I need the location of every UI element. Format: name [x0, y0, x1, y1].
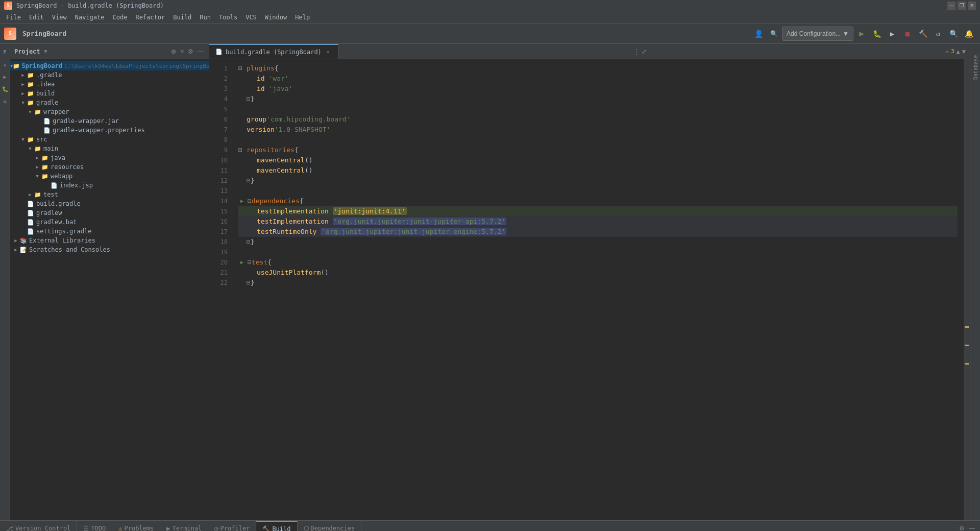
- fold-icon-20[interactable]: ⊟: [248, 257, 252, 268]
- search-everywhere-btn[interactable]: 🔍: [767, 27, 781, 41]
- fold-icon-18[interactable]: ⊟: [247, 237, 251, 247]
- menu-help[interactable]: Help: [291, 13, 314, 22]
- tree-gradle-wrapper-jar[interactable]: 📄 gradle-wrapper.jar: [10, 116, 209, 126]
- tree-test[interactable]: ▶ 📁 test: [10, 190, 209, 199]
- code-line-5: [238, 104, 958, 114]
- maximize-button[interactable]: ❐: [958, 2, 966, 10]
- bottom-settings-btn[interactable]: ⚙: [958, 524, 966, 532]
- run-with-coverage-btn[interactable]: ▶: [885, 27, 899, 41]
- tree-wrapper[interactable]: ▼ 📁 wrapper: [10, 107, 209, 116]
- terminal-label: Terminal: [173, 525, 202, 532]
- main-toolbar: S SpringBoard 👤 🔍 Add Configuration... ▼…: [0, 23, 980, 44]
- code-editor[interactable]: 12345 678910 1112131415 1617181920 2122 …: [209, 59, 970, 520]
- tree-gradlew-bat[interactable]: 📄 gradlew.bat: [10, 218, 209, 227]
- close-button[interactable]: ✕: [968, 2, 976, 10]
- debug-button[interactable]: 🐛: [870, 27, 884, 41]
- menu-file[interactable]: File: [2, 13, 25, 22]
- run-line-14[interactable]: ▶: [238, 198, 246, 205]
- code-line-17: testRuntimeOnly 'org.junit.jupiter:junit…: [238, 227, 958, 237]
- tree-webapp[interactable]: ▼ 📁 webapp: [10, 172, 209, 181]
- stop-button[interactable]: ■: [900, 27, 915, 41]
- panel-settings-btn[interactable]: ⚙: [187, 47, 194, 56]
- tree-root-springboard[interactable]: ▼ 📁 SpringBoard C:\Users\k94ea\IdeaProje…: [10, 61, 209, 70]
- hide-panel-btn[interactable]: —: [197, 47, 205, 56]
- bottom-hide-btn[interactable]: —: [968, 524, 976, 532]
- debug-icon-side[interactable]: 🐛: [0, 84, 10, 94]
- menu-edit[interactable]: Edit: [25, 13, 48, 22]
- menu-tools[interactable]: Tools: [215, 13, 241, 22]
- database-icon[interactable]: Database: [970, 47, 981, 88]
- problems-label: Problems: [125, 525, 154, 532]
- tab-close-btn[interactable]: ✕: [325, 49, 332, 56]
- code-line-6: group 'com.hipcoding.board': [238, 114, 958, 125]
- menu-navigate[interactable]: Navigate: [71, 13, 109, 22]
- warning-nav-up[interactable]: ▲: [957, 48, 960, 55]
- tab-profiler[interactable]: ◷ Profiler: [208, 521, 256, 531]
- tree-src[interactable]: ▼ 📁 src: [10, 135, 209, 144]
- tree-resources[interactable]: ▶ 📁 resources: [10, 162, 209, 172]
- tree-arrow-main: ▼: [27, 146, 34, 151]
- tab-todo[interactable]: ☰ TODO: [77, 521, 112, 531]
- notifications-btn[interactable]: 🔔: [962, 27, 976, 41]
- run-line-20[interactable]: ▶: [238, 259, 246, 266]
- tree-scratches-consoles[interactable]: ▶ 📝 Scratches and Consoles: [10, 245, 209, 254]
- code-content[interactable]: ⊟ plugins { id 'war' id 'java' ⊟ }: [232, 59, 964, 520]
- expand-editor-btn[interactable]: ⤢: [641, 47, 648, 56]
- search-btn[interactable]: 🔍: [946, 27, 961, 41]
- fold-icon-4[interactable]: ⊟: [247, 94, 251, 104]
- fold-icon-22[interactable]: ⊟: [247, 278, 251, 288]
- profile-icon-btn[interactable]: 👤: [751, 27, 766, 41]
- profiler-icon: ◷: [214, 525, 218, 532]
- file-icon-gradlew: 📄: [27, 209, 35, 217]
- tree-main[interactable]: ▼ 📁 main: [10, 144, 209, 153]
- titlebar-controls[interactable]: — ❐ ✕: [947, 2, 976, 10]
- tree-idea[interactable]: ▶ 📁 .idea: [10, 80, 209, 89]
- locate-file-btn[interactable]: ⊕: [170, 47, 177, 56]
- editor-tab-build-gradle[interactable]: 📄 build.gradle (SpringBoard) ✕: [209, 44, 338, 59]
- warning-nav-down[interactable]: ▼: [962, 48, 966, 55]
- fold-icon-9[interactable]: ⊟: [238, 145, 247, 155]
- menu-window[interactable]: Window: [261, 13, 291, 22]
- menu-build[interactable]: Build: [169, 13, 195, 22]
- favorites-icon[interactable]: ★: [0, 59, 10, 69]
- tab-problems[interactable]: ⚠ Problems: [112, 521, 160, 531]
- index-jsp-label: index.jsp: [60, 182, 93, 189]
- tree-settings-gradle[interactable]: 📄 settings.gradle: [10, 227, 209, 236]
- project-dropdown-arrow[interactable]: ▼: [44, 49, 47, 54]
- code-line-9: ⊟ repositories {: [238, 145, 958, 155]
- sync-btn[interactable]: ↺: [931, 27, 945, 41]
- menu-code[interactable]: Code: [109, 13, 132, 22]
- fold-icon-14[interactable]: ⊟: [248, 196, 252, 206]
- folder-icon-external-libs: 📚: [19, 236, 28, 245]
- tab-build[interactable]: 🔨 Build: [256, 521, 297, 531]
- menu-view[interactable]: View: [48, 13, 71, 22]
- folder-icon-wrapper: 📁: [34, 108, 42, 116]
- tab-terminal[interactable]: ▶ Terminal: [160, 521, 208, 531]
- tree-gradlew[interactable]: 📄 gradlew: [10, 208, 209, 218]
- tree-java[interactable]: ▶ 📁 java: [10, 153, 209, 162]
- tab-version-control[interactable]: ⎇ Version Control: [0, 521, 77, 531]
- tree-build-gradle-file[interactable]: 📄 build.gradle: [10, 199, 209, 208]
- tab-settings-btn[interactable]: ⋮: [632, 47, 641, 56]
- structure-icon[interactable]: ≡: [0, 96, 10, 106]
- add-configuration-button[interactable]: Add Configuration... ▼: [782, 27, 853, 41]
- run-button[interactable]: ▶: [854, 27, 869, 41]
- tree-gradle-folder[interactable]: ▼ 📁 gradle: [10, 98, 209, 107]
- tree-external-libraries[interactable]: ▶ 📚 External Libraries: [10, 236, 209, 245]
- menu-refactor[interactable]: Refactor: [131, 13, 169, 22]
- project-view-icon[interactable]: P: [0, 47, 10, 57]
- collapse-all-btn[interactable]: ≡: [179, 47, 185, 56]
- tree-index-jsp[interactable]: 📄 index.jsp: [10, 181, 209, 190]
- menu-run[interactable]: Run: [195, 13, 215, 22]
- menu-vcs[interactable]: VCS: [241, 13, 261, 22]
- run-icon[interactable]: ▶: [0, 71, 10, 82]
- fold-icon-1[interactable]: ⊟: [238, 63, 247, 74]
- minimize-button[interactable]: —: [947, 2, 955, 10]
- fold-icon-12[interactable]: ⊟: [247, 176, 251, 186]
- tree-build-folder[interactable]: ▶ 📁 build: [10, 89, 209, 98]
- tab-dependencies[interactable]: ⬡ Dependencies: [298, 521, 362, 531]
- build-project-btn[interactable]: 🔨: [916, 27, 930, 41]
- tree-gradle-hidden[interactable]: ▶ 📁 .gradle: [10, 70, 209, 80]
- editor-scrollbar-gutter[interactable]: [964, 59, 970, 520]
- tree-gradle-wrapper-props[interactable]: 📄 gradle-wrapper.properties: [10, 126, 209, 135]
